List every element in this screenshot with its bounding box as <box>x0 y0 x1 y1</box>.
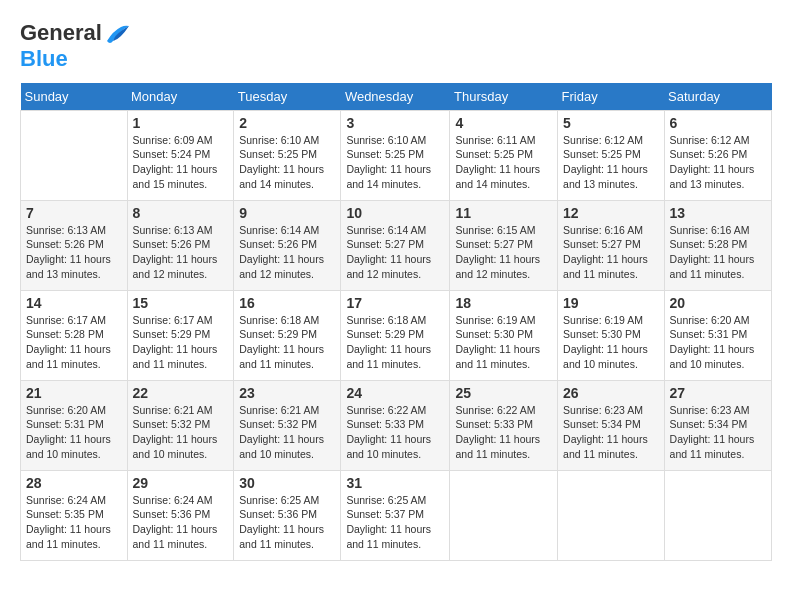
header-tuesday: Tuesday <box>234 83 341 111</box>
calendar-cell: 9Sunrise: 6:14 AMSunset: 5:26 PMDaylight… <box>234 200 341 290</box>
calendar-cell: 26Sunrise: 6:23 AMSunset: 5:34 PMDayligh… <box>558 380 665 470</box>
calendar-cell: 2Sunrise: 6:10 AMSunset: 5:25 PMDaylight… <box>234 110 341 200</box>
calendar-cell: 29Sunrise: 6:24 AMSunset: 5:36 PMDayligh… <box>127 470 234 560</box>
calendar-cell: 30Sunrise: 6:25 AMSunset: 5:36 PMDayligh… <box>234 470 341 560</box>
day-number: 3 <box>346 115 444 131</box>
calendar-cell: 28Sunrise: 6:24 AMSunset: 5:35 PMDayligh… <box>21 470 128 560</box>
day-info: Sunrise: 6:15 AMSunset: 5:27 PMDaylight:… <box>455 223 552 282</box>
day-number: 17 <box>346 295 444 311</box>
day-info: Sunrise: 6:23 AMSunset: 5:34 PMDaylight:… <box>670 403 766 462</box>
calendar-cell: 11Sunrise: 6:15 AMSunset: 5:27 PMDayligh… <box>450 200 558 290</box>
header-wednesday: Wednesday <box>341 83 450 111</box>
calendar-cell: 17Sunrise: 6:18 AMSunset: 5:29 PMDayligh… <box>341 290 450 380</box>
calendar-cell: 22Sunrise: 6:21 AMSunset: 5:32 PMDayligh… <box>127 380 234 470</box>
day-number: 15 <box>133 295 229 311</box>
day-number: 21 <box>26 385 122 401</box>
day-info: Sunrise: 6:11 AMSunset: 5:25 PMDaylight:… <box>455 133 552 192</box>
day-number: 1 <box>133 115 229 131</box>
calendar-cell: 4Sunrise: 6:11 AMSunset: 5:25 PMDaylight… <box>450 110 558 200</box>
calendar-cell: 18Sunrise: 6:19 AMSunset: 5:30 PMDayligh… <box>450 290 558 380</box>
calendar-cell: 27Sunrise: 6:23 AMSunset: 5:34 PMDayligh… <box>664 380 771 470</box>
day-number: 6 <box>670 115 766 131</box>
day-info: Sunrise: 6:19 AMSunset: 5:30 PMDaylight:… <box>563 313 659 372</box>
day-info: Sunrise: 6:17 AMSunset: 5:29 PMDaylight:… <box>133 313 229 372</box>
header-friday: Friday <box>558 83 665 111</box>
calendar-cell: 15Sunrise: 6:17 AMSunset: 5:29 PMDayligh… <box>127 290 234 380</box>
calendar-week-2: 14Sunrise: 6:17 AMSunset: 5:28 PMDayligh… <box>21 290 772 380</box>
day-info: Sunrise: 6:24 AMSunset: 5:36 PMDaylight:… <box>133 493 229 552</box>
day-info: Sunrise: 6:18 AMSunset: 5:29 PMDaylight:… <box>346 313 444 372</box>
day-info: Sunrise: 6:23 AMSunset: 5:34 PMDaylight:… <box>563 403 659 462</box>
calendar-cell: 7Sunrise: 6:13 AMSunset: 5:26 PMDaylight… <box>21 200 128 290</box>
calendar-cell <box>664 470 771 560</box>
day-number: 26 <box>563 385 659 401</box>
header-saturday: Saturday <box>664 83 771 111</box>
day-number: 2 <box>239 115 335 131</box>
calendar-cell <box>450 470 558 560</box>
day-number: 19 <box>563 295 659 311</box>
calendar-cell: 19Sunrise: 6:19 AMSunset: 5:30 PMDayligh… <box>558 290 665 380</box>
day-info: Sunrise: 6:25 AMSunset: 5:37 PMDaylight:… <box>346 493 444 552</box>
day-number: 9 <box>239 205 335 221</box>
calendar-cell: 6Sunrise: 6:12 AMSunset: 5:26 PMDaylight… <box>664 110 771 200</box>
day-number: 20 <box>670 295 766 311</box>
day-info: Sunrise: 6:09 AMSunset: 5:24 PMDaylight:… <box>133 133 229 192</box>
calendar-cell: 1Sunrise: 6:09 AMSunset: 5:24 PMDaylight… <box>127 110 234 200</box>
calendar-cell: 21Sunrise: 6:20 AMSunset: 5:31 PMDayligh… <box>21 380 128 470</box>
day-number: 4 <box>455 115 552 131</box>
day-info: Sunrise: 6:22 AMSunset: 5:33 PMDaylight:… <box>455 403 552 462</box>
day-info: Sunrise: 6:12 AMSunset: 5:26 PMDaylight:… <box>670 133 766 192</box>
day-number: 14 <box>26 295 122 311</box>
day-number: 13 <box>670 205 766 221</box>
calendar-cell <box>21 110 128 200</box>
calendar-cell: 8Sunrise: 6:13 AMSunset: 5:26 PMDaylight… <box>127 200 234 290</box>
calendar-cell: 10Sunrise: 6:14 AMSunset: 5:27 PMDayligh… <box>341 200 450 290</box>
day-number: 31 <box>346 475 444 491</box>
day-number: 30 <box>239 475 335 491</box>
calendar-week-4: 28Sunrise: 6:24 AMSunset: 5:35 PMDayligh… <box>21 470 772 560</box>
day-number: 5 <box>563 115 659 131</box>
calendar-cell: 25Sunrise: 6:22 AMSunset: 5:33 PMDayligh… <box>450 380 558 470</box>
calendar-cell: 24Sunrise: 6:22 AMSunset: 5:33 PMDayligh… <box>341 380 450 470</box>
calendar-header-row: SundayMondayTuesdayWednesdayThursdayFrid… <box>21 83 772 111</box>
calendar-week-3: 21Sunrise: 6:20 AMSunset: 5:31 PMDayligh… <box>21 380 772 470</box>
logo-text: General Blue <box>20 20 132 73</box>
day-info: Sunrise: 6:18 AMSunset: 5:29 PMDaylight:… <box>239 313 335 372</box>
day-info: Sunrise: 6:10 AMSunset: 5:25 PMDaylight:… <box>346 133 444 192</box>
day-info: Sunrise: 6:13 AMSunset: 5:26 PMDaylight:… <box>133 223 229 282</box>
day-info: Sunrise: 6:22 AMSunset: 5:33 PMDaylight:… <box>346 403 444 462</box>
calendar-table: SundayMondayTuesdayWednesdayThursdayFrid… <box>20 83 772 561</box>
day-info: Sunrise: 6:21 AMSunset: 5:32 PMDaylight:… <box>133 403 229 462</box>
logo-bird-icon <box>103 23 131 45</box>
calendar-cell: 12Sunrise: 6:16 AMSunset: 5:27 PMDayligh… <box>558 200 665 290</box>
calendar-cell: 13Sunrise: 6:16 AMSunset: 5:28 PMDayligh… <box>664 200 771 290</box>
day-number: 29 <box>133 475 229 491</box>
header-monday: Monday <box>127 83 234 111</box>
day-number: 16 <box>239 295 335 311</box>
day-number: 25 <box>455 385 552 401</box>
header-thursday: Thursday <box>450 83 558 111</box>
day-number: 22 <box>133 385 229 401</box>
logo-blue-text: Blue <box>20 46 68 71</box>
day-info: Sunrise: 6:16 AMSunset: 5:28 PMDaylight:… <box>670 223 766 282</box>
day-info: Sunrise: 6:24 AMSunset: 5:35 PMDaylight:… <box>26 493 122 552</box>
day-number: 27 <box>670 385 766 401</box>
calendar-cell: 5Sunrise: 6:12 AMSunset: 5:25 PMDaylight… <box>558 110 665 200</box>
calendar-cell: 14Sunrise: 6:17 AMSunset: 5:28 PMDayligh… <box>21 290 128 380</box>
logo: General Blue <box>20 20 132 73</box>
day-info: Sunrise: 6:16 AMSunset: 5:27 PMDaylight:… <box>563 223 659 282</box>
day-number: 24 <box>346 385 444 401</box>
day-number: 11 <box>455 205 552 221</box>
calendar-cell <box>558 470 665 560</box>
day-number: 18 <box>455 295 552 311</box>
day-info: Sunrise: 6:14 AMSunset: 5:27 PMDaylight:… <box>346 223 444 282</box>
calendar-cell: 23Sunrise: 6:21 AMSunset: 5:32 PMDayligh… <box>234 380 341 470</box>
day-info: Sunrise: 6:20 AMSunset: 5:31 PMDaylight:… <box>26 403 122 462</box>
calendar-week-1: 7Sunrise: 6:13 AMSunset: 5:26 PMDaylight… <box>21 200 772 290</box>
calendar-cell: 31Sunrise: 6:25 AMSunset: 5:37 PMDayligh… <box>341 470 450 560</box>
day-info: Sunrise: 6:25 AMSunset: 5:36 PMDaylight:… <box>239 493 335 552</box>
day-info: Sunrise: 6:17 AMSunset: 5:28 PMDaylight:… <box>26 313 122 372</box>
day-info: Sunrise: 6:14 AMSunset: 5:26 PMDaylight:… <box>239 223 335 282</box>
day-info: Sunrise: 6:20 AMSunset: 5:31 PMDaylight:… <box>670 313 766 372</box>
day-number: 10 <box>346 205 444 221</box>
